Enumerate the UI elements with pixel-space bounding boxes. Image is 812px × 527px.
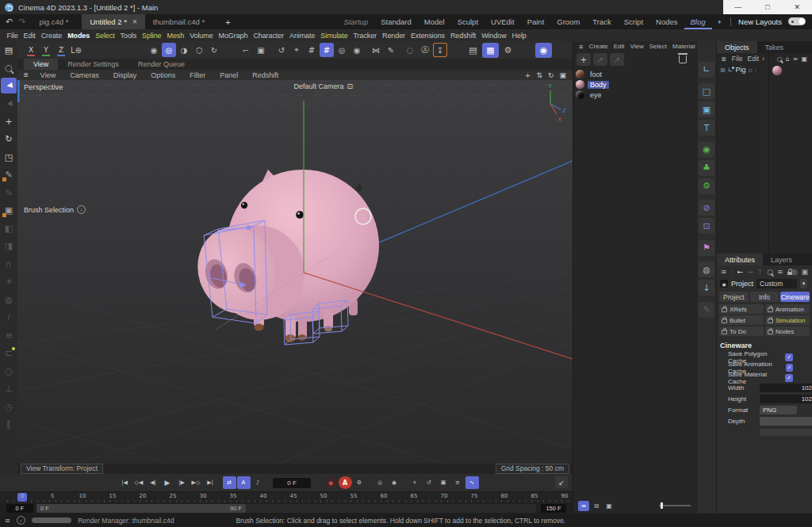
menu-item[interactable]: Character [251,32,287,40]
range-track[interactable]: 0 F 90 F [36,504,536,513]
attribute-section-tab[interactable]: Cineware [780,292,810,302]
pan-view-icon[interactable]: + [525,71,531,79]
attribute-section-tab[interactable]: Info [750,292,779,302]
more-menu-icon[interactable]: › [762,55,764,63]
projection-label[interactable]: Perspective [24,82,63,91]
scale-tool-icon[interactable]: ◳ [1,149,17,165]
text-icon[interactable]: T [699,120,714,136]
filter-icon[interactable]: ≡ [793,55,799,63]
field-value[interactable]: 102 [760,395,812,403]
material-item[interactable]: Body [573,79,696,90]
menu-item[interactable]: Render [380,32,408,40]
history-icon[interactable]: : [731,268,733,276]
import-icon[interactable]: ↧ [433,43,447,57]
object-menu-item[interactable]: File [730,55,745,63]
autokey-button[interactable]: A [339,476,352,489]
play-button[interactable]: ▶ [161,476,174,489]
mode-dropdown[interactable]: Custom [756,279,797,288]
viewport-menu-item[interactable]: Options [144,71,182,79]
polygon-pen-icon[interactable]: ✎ [1,167,17,183]
animation-mode-icon[interactable]: ↻ [207,43,221,57]
forward-icon[interactable]: → [747,268,753,276]
viewport-menu-item[interactable]: View [33,71,63,79]
floor-icon[interactable]: ↓ [699,280,714,296]
layout-tab[interactable]: Paint [521,14,551,29]
attribute-group-button[interactable]: Simulation [765,315,810,325]
icon-view-button[interactable]: ▣ [603,501,615,511]
axis-lock-x[interactable]: X [24,43,38,57]
minimize-button[interactable]: — [723,0,753,14]
sound-button[interactable]: ♪ [251,476,265,489]
sculpt-brush-icon[interactable]: ✎ [699,302,714,318]
record-pla-button[interactable]: ≡ [451,476,465,489]
field-value[interactable] [760,417,812,426]
layout-tab[interactable]: Standard [374,14,418,29]
next-key-button[interactable]: ▶◇ [190,476,203,489]
texture-mode-icon[interactable]: ◑ [177,43,191,57]
snap-toggle-button[interactable]: ∿ [465,476,479,489]
mograph-icon[interactable]: ♣ [699,160,714,176]
list-view-button[interactable]: ≡ [578,501,589,511]
object-tree-row[interactable]: ⊞ ∟ Pig ▫ : [717,64,812,75]
pick-material-button[interactable]: ↗ [610,53,624,66]
layout-tab[interactable]: Nodes [649,14,684,29]
iron-icon[interactable]: ⊏ [1,346,17,361]
layout-tab[interactable]: Sculpt [451,14,485,29]
object-mode-icon[interactable]: ⬡ [192,43,206,57]
ui-toggle-switch[interactable] [788,17,806,25]
timeline-ruler[interactable]: 051015202530354045505560657075808590 [0,491,573,502]
attribute-group-button[interactable]: XRefs [719,304,764,314]
spline-primitive-icon[interactable]: □ [699,83,714,99]
symmetry-icon[interactable]: ⋈ [369,43,383,57]
render-tab[interactable]: Render Queue [128,59,194,70]
coordinate-system-icon[interactable]: ⌐ [239,43,253,57]
material-menu-icon[interactable]: ≡ [576,43,586,51]
render-tab[interactable]: View [24,59,58,70]
checkbox[interactable] [786,364,793,372]
filter-icon[interactable]: ≡ [777,268,783,276]
loop-cut-icon[interactable]: ≡ [1,327,17,343]
attribute-section-tab[interactable]: Project [719,292,749,302]
keyframe-preset-button[interactable]: ◉ [388,476,401,489]
axis-lock-y[interactable]: Y [39,43,53,57]
record-keyframe-button[interactable]: ◆ [324,476,338,489]
add-material-button[interactable]: + [576,53,591,66]
play-mode-button[interactable]: A [237,476,251,489]
document-tab[interactable]: thumbnail.c4d * [145,14,218,29]
visibility-dots-icon[interactable]: : [755,67,756,74]
field-icon[interactable]: ⊘ [699,200,714,216]
render-picture-viewer-icon[interactable]: ▦ [482,43,499,58]
volume-icon[interactable]: ◍ [699,262,714,277]
new-layouts-button[interactable]: New Layouts [734,14,786,29]
material-item[interactable]: eye [573,90,696,100]
objects-panel-tab[interactable]: Takes [757,41,792,53]
rotate-tool-icon[interactable]: ↻ [1,132,17,147]
content-browser-icon[interactable]: ▤ [1,42,17,58]
sketch-pen-icon[interactable]: ✎ [1,185,17,200]
layout-tab[interactable]: Script [618,14,649,29]
snap-icon[interactable]: # [320,43,334,57]
viewport-menu-item[interactable]: Panel [213,71,245,79]
document-end-field[interactable]: 150 F [541,504,566,513]
object-menu-item[interactable]: Edit [745,55,762,63]
new-document-button[interactable]: + [218,14,237,29]
menu-item[interactable]: Window [479,32,509,40]
weld-icon[interactable]: ◍ [1,292,17,307]
home-icon[interactable]: ⌂ [786,55,790,63]
layout-tab[interactable]: Groom [550,14,586,29]
close-button[interactable]: ✕ [783,0,812,14]
preview-range-bar[interactable]: 0 F 90 F [36,504,246,513]
material-item[interactable]: foot [573,69,696,79]
maximize-view-icon[interactable]: ▣ [559,71,566,79]
current-frame-field[interactable]: 0 F [273,478,311,488]
field-value[interactable] [760,429,812,436]
goto-end-button[interactable]: ▶| [204,476,217,489]
new-window-icon[interactable]: ▣ [802,268,809,276]
align-icon[interactable]: ⊥ [1,381,17,397]
menu-item[interactable]: Simulate [318,32,350,40]
layout-tab[interactable]: UVEdit [485,14,521,29]
knife-icon[interactable]: / [1,310,17,326]
annotate-icon[interactable]: Ⓐ [418,43,432,57]
search-icon[interactable]: ○ [777,55,783,63]
orbit-view-icon[interactable]: ↻ [548,71,554,79]
